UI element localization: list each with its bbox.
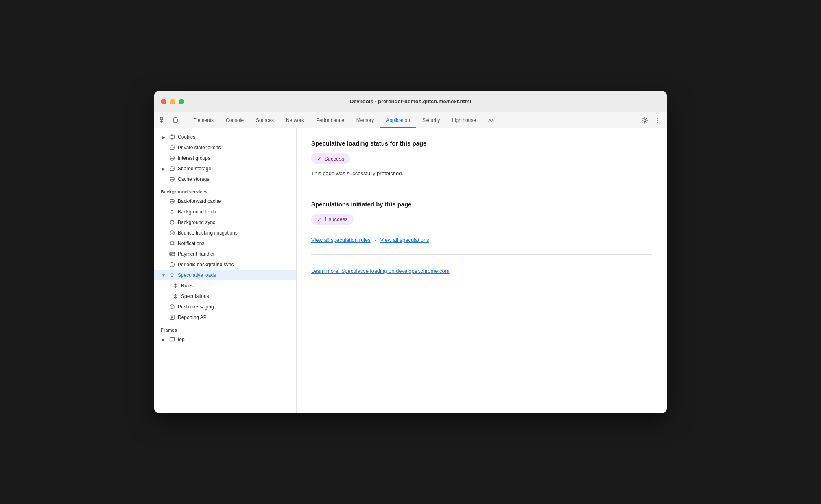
speculations-icon (172, 293, 179, 300)
speculations-label: Speculations (181, 293, 209, 299)
notifications-icon (169, 240, 175, 247)
tab-lighthouse[interactable]: Lighthouse (446, 115, 482, 126)
check-circle-icon: ✓ (317, 155, 322, 162)
section2-title: Speculations initiated by this page (311, 201, 652, 208)
back-forward-cache-icon (169, 198, 175, 204)
push-messaging-icon (169, 304, 175, 310)
sidebar-item-back-forward-cache[interactable]: Back/forward cache (154, 196, 296, 206)
cookies-icon (169, 134, 175, 140)
success-badge: ✓ Success (311, 153, 350, 164)
sidebar-item-private-state-tokens[interactable]: Private state tokens (154, 142, 296, 153)
devtools-toolbar-icons (157, 115, 182, 126)
interest-groups-label: Interest groups (178, 155, 210, 161)
settings-icon[interactable] (639, 115, 651, 126)
svg-point-9 (170, 156, 174, 159)
background-fetch-icon (169, 209, 175, 215)
top-frame-icon (169, 336, 175, 343)
background-sync-icon (169, 219, 175, 226)
sidebar-item-payment-handler[interactable]: Payment handler (154, 249, 296, 259)
tab-console[interactable]: Console (220, 115, 249, 126)
sidebar-item-cache-storage[interactable]: Cache storage (154, 174, 296, 185)
sidebar-item-speculative-loads[interactable]: ▼ Speculative loads (154, 270, 296, 280)
background-services-header: Background services (154, 185, 296, 196)
tab-sources[interactable]: Sources (250, 115, 279, 126)
titlebar: DevTools - prerender-demos.glitch.me/nex… (154, 91, 667, 112)
sidebar-item-push-messaging[interactable]: Push messaging (154, 302, 296, 312)
top-label: top (178, 337, 185, 342)
section1-title: Speculative loading status for this page (311, 140, 652, 147)
tab-more[interactable]: >> (483, 115, 500, 126)
shared-storage-icon (169, 165, 175, 172)
svg-point-8 (170, 146, 174, 148)
speculative-loads-icon (169, 272, 175, 278)
sidebar-item-periodic-background-sync[interactable]: Periodic background sync (154, 259, 296, 270)
tab-performance[interactable]: Performance (310, 115, 350, 126)
speculative-loads-arrow-icon: ▼ (161, 272, 166, 278)
links-row: View all speculation rules · View all sp… (311, 237, 652, 243)
sidebar-item-bounce-tracking[interactable]: Bounce tracking mitigations (154, 228, 296, 238)
view-all-speculations-link[interactable]: View all speculations (380, 237, 429, 243)
sidebar-item-shared-storage[interactable]: ▶ Shared storage (154, 163, 296, 174)
svg-point-12 (170, 199, 174, 202)
svg-point-18 (172, 306, 173, 308)
tab-network[interactable]: Network (280, 115, 310, 126)
interest-groups-icon (169, 155, 175, 161)
one-success-badge-text: 1 success (324, 216, 348, 222)
push-messaging-label: Push messaging (178, 304, 214, 310)
traffic-lights (161, 99, 184, 104)
periodic-background-sync-label: Periodic background sync (178, 262, 234, 267)
check-circle-icon-2: ✓ (317, 216, 322, 223)
tab-application[interactable]: Application (380, 115, 416, 126)
tabbar-right-icons: ⋮ (639, 115, 664, 126)
sidebar-item-rules[interactable]: Rules (154, 280, 296, 291)
tab-security[interactable]: Security (417, 115, 445, 126)
sidebar-item-top[interactable]: ▶ top (154, 334, 296, 345)
tab-elements[interactable]: Elements (188, 115, 219, 126)
payment-handler-label: Payment handler (178, 251, 215, 257)
svg-rect-16 (170, 254, 172, 255)
back-forward-cache-label: Back/forward cache (178, 198, 221, 204)
maximize-button[interactable] (179, 99, 184, 104)
sidebar-item-background-fetch[interactable]: Background fetch (154, 206, 296, 217)
tabbar: Elements Console Sources Network Perform… (154, 112, 667, 128)
sidebar-item-speculations[interactable]: Speculations (154, 291, 296, 302)
svg-rect-3 (174, 118, 177, 123)
sidebar-item-reporting-api[interactable]: Reporting API (154, 312, 296, 323)
device-toolbar-icon[interactable] (170, 115, 182, 126)
link-separator: · (375, 237, 376, 243)
learn-more-section: Learn more: Speculative loading on devel… (311, 266, 652, 286)
bounce-tracking-label: Bounce tracking mitigations (178, 230, 238, 236)
one-success-badge: ✓ 1 success (311, 214, 354, 225)
learn-more-link[interactable]: Learn more: Speculative loading on devel… (311, 268, 450, 274)
tab-memory[interactable]: Memory (351, 115, 380, 126)
top-arrow-icon: ▶ (161, 337, 166, 342)
speculative-loading-status-section: Speculative loading status for this page… (311, 140, 652, 189)
periodic-background-sync-icon (169, 261, 175, 268)
customize-icon[interactable]: ⋮ (652, 115, 664, 126)
background-fetch-label: Background fetch (178, 209, 216, 215)
view-all-speculation-rules-link[interactable]: View all speculation rules (311, 237, 371, 243)
private-state-tokens-label: Private state tokens (178, 145, 221, 150)
cache-storage-icon (169, 176, 175, 182)
rules-label: Rules (181, 283, 194, 289)
reporting-api-icon (169, 314, 175, 321)
rules-icon (172, 282, 179, 289)
devtools-window: DevTools - prerender-demos.glitch.me/nex… (154, 91, 667, 413)
success-badge-text: Success (324, 156, 344, 162)
sidebar-item-interest-groups[interactable]: Interest groups (154, 153, 296, 163)
close-button[interactable] (161, 99, 166, 104)
notifications-label: Notifications (178, 241, 204, 246)
bounce-tracking-icon (169, 230, 175, 236)
sidebar-item-background-sync[interactable]: Background sync (154, 217, 296, 228)
minimize-button[interactable] (170, 99, 175, 104)
window-title: DevTools - prerender-demos.glitch.me/nex… (350, 98, 471, 104)
section1-description: This page was successfully prefetched. (311, 169, 652, 178)
background-sync-label: Background sync (178, 219, 215, 225)
cookies-arrow-icon: ▶ (161, 134, 166, 140)
svg-rect-14 (170, 252, 175, 256)
sidebar-item-notifications[interactable]: Notifications (154, 238, 296, 249)
inspect-element-icon[interactable] (157, 115, 169, 126)
svg-point-13 (170, 231, 174, 233)
sidebar-item-cookies[interactable]: ▶ Cookies (154, 132, 296, 142)
shared-storage-label: Shared storage (178, 166, 211, 172)
